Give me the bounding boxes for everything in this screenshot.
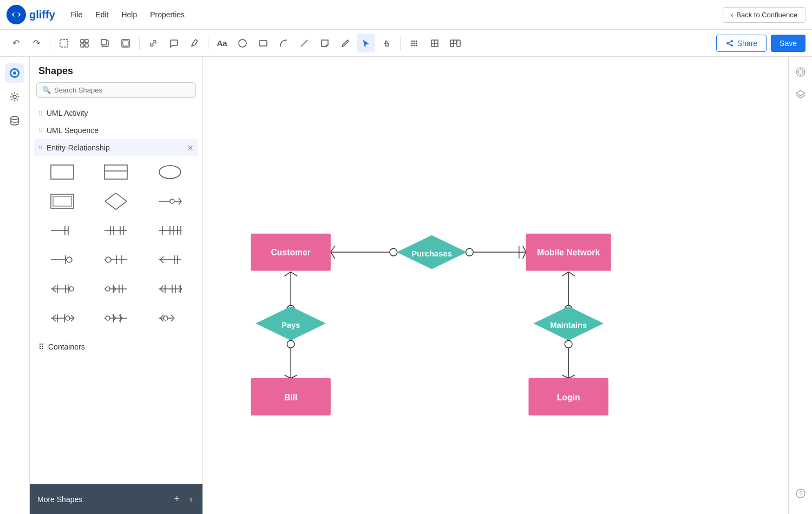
snap-grid-button[interactable] (425, 34, 444, 52)
svg-point-41 (13, 71, 16, 75)
svg-point-23 (416, 44, 417, 46)
database-nav-button[interactable] (5, 111, 24, 130)
svg-point-71 (67, 257, 72, 262)
menu-help[interactable]: Help (116, 7, 142, 22)
er-notation-1[interactable] (38, 219, 86, 242)
er-notation-9[interactable] (146, 278, 194, 300)
svg-point-1 (14, 12, 19, 17)
category-containers[interactable]: ⠿ Containers (34, 338, 198, 355)
left-sidenav (0, 57, 30, 514)
er-entity-split-shape[interactable] (93, 161, 140, 183)
svg-point-11 (239, 39, 246, 47)
svg-line-122 (160, 318, 163, 321)
color-picker-button[interactable] (792, 63, 809, 81)
svg-marker-50 (105, 193, 127, 209)
svg-line-121 (160, 315, 163, 318)
er-notation-11[interactable] (93, 307, 140, 330)
category-uml-activity[interactable]: ⠿ UML Activity (34, 104, 198, 122)
search-icon: 🔍 (42, 86, 51, 94)
svg-rect-6 (85, 44, 88, 47)
undo-button[interactable]: ↶ (6, 34, 25, 52)
back-confluence-button[interactable]: ‹ Back to Confluence (723, 7, 806, 23)
copy-button[interactable] (96, 34, 114, 52)
er-weak-entity-shape[interactable] (38, 190, 86, 213)
back-chevron-icon: ‹ (731, 11, 733, 19)
shapes-nav-button[interactable] (5, 63, 24, 83)
line-button[interactable] (295, 34, 313, 52)
comment-button[interactable] (165, 34, 183, 52)
sticky-icon (320, 38, 330, 48)
er-diamond-shape[interactable] (93, 190, 140, 213)
svg-line-141 (284, 375, 291, 378)
sticky-button[interactable] (316, 34, 334, 52)
svg-point-149 (565, 340, 572, 348)
share-button[interactable]: Share (716, 35, 767, 52)
er-notation-7[interactable] (38, 278, 86, 300)
drag-handle-icon: ⠿ (38, 342, 44, 351)
toolbar-right-actions: Share Save (716, 35, 806, 52)
cursor-button[interactable] (357, 34, 375, 52)
select-button[interactable] (55, 34, 73, 52)
svg-point-154 (798, 70, 803, 74)
svg-rect-49 (53, 196, 71, 206)
svg-rect-3 (81, 39, 84, 43)
svg-rect-33 (457, 40, 460, 47)
canvas[interactable]: Customer Purchases Mobile Network Pays M… (203, 57, 788, 514)
svg-point-87 (69, 287, 74, 291)
menubar: gliffy File Edit Help Properties ‹ Back … (0, 0, 812, 30)
pencil-button[interactable] (336, 34, 355, 52)
layers-button[interactable] (792, 86, 809, 103)
link-button[interactable] (144, 34, 162, 52)
er-ellipse-shape[interactable] (146, 161, 194, 183)
menu-properties[interactable]: Properties (145, 7, 190, 22)
er-entity-shape[interactable] (38, 161, 86, 183)
er-notation-8[interactable] (93, 278, 140, 300)
ellipse-button[interactable] (233, 34, 252, 52)
svg-line-38 (728, 43, 732, 45)
er-notation-6[interactable] (146, 248, 194, 271)
svg-point-15 (411, 40, 413, 42)
snap-shapes-button[interactable] (446, 34, 464, 52)
search-shapes-input[interactable] (54, 86, 190, 94)
help-button[interactable]: ? (792, 485, 809, 502)
svg-point-52 (170, 199, 174, 203)
grid-toggle-button[interactable] (405, 34, 423, 52)
settings-icon (9, 91, 20, 102)
category-entity-relationship[interactable]: ⠿ Entity-Relationship ✕ (34, 139, 198, 156)
svg-line-37 (728, 41, 732, 43)
menu-edit[interactable]: Edit (90, 7, 114, 22)
more-shapes-add-button[interactable]: + (172, 491, 182, 507)
er-identifying-rel-shape[interactable] (146, 190, 194, 213)
category-uml-sequence[interactable]: ⠿ UML Sequence (34, 122, 198, 139)
er-notation-5[interactable] (93, 248, 140, 271)
er-notation-3[interactable] (146, 219, 194, 242)
svg-line-78 (160, 260, 163, 263)
svg-line-150 (562, 375, 568, 378)
main-area: Shapes 🔍 ⠿ UML Activity ⠿ UML Sequence ⠿… (0, 57, 812, 514)
format-button[interactable] (185, 34, 204, 52)
layer-button[interactable] (116, 34, 135, 52)
more-shapes-collapse-button[interactable]: ‹ (187, 491, 195, 507)
toolbar-separator-3 (208, 37, 208, 50)
group-button[interactable] (75, 34, 94, 52)
search-shapes-container[interactable]: 🔍 (36, 82, 196, 98)
shapes-title: Shapes (30, 57, 202, 82)
save-button[interactable]: Save (771, 35, 806, 52)
svg-rect-12 (259, 41, 267, 46)
logo[interactable]: gliffy (6, 5, 55, 24)
er-notation-10[interactable] (38, 307, 86, 330)
rect-button[interactable] (254, 34, 272, 52)
hand-button[interactable] (377, 34, 396, 52)
er-notation-2[interactable] (93, 219, 140, 242)
svg-point-129 (390, 248, 397, 256)
svg-line-145 (562, 272, 568, 276)
er-notation-4[interactable] (38, 248, 86, 271)
close-er-category-button[interactable]: ✕ (187, 143, 194, 152)
redo-button[interactable]: ↷ (27, 34, 45, 52)
connector-button[interactable] (274, 34, 293, 52)
er-notation-12[interactable] (146, 307, 194, 330)
settings-nav-button[interactable] (5, 87, 24, 107)
svg-line-82 (53, 286, 56, 289)
text-button[interactable]: Aa (213, 34, 231, 52)
menu-file[interactable]: File (65, 7, 88, 22)
